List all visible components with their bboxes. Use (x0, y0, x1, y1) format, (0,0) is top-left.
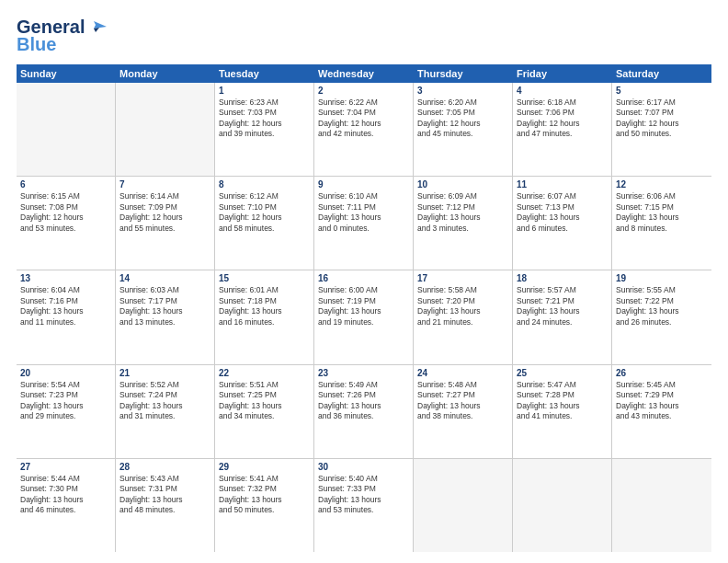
day-number: 24 (417, 368, 508, 378)
cell-info-line: Daylight: 12 hours (417, 119, 508, 129)
day-cell-7: 7Sunrise: 6:14 AMSunset: 7:09 PMDaylight… (116, 177, 215, 270)
cell-info-line: and 8 minutes. (616, 224, 708, 234)
day-number: 5 (616, 86, 708, 96)
cell-info-line: Sunrise: 6:09 AM (417, 191, 508, 201)
calendar-row-3: 13Sunrise: 6:04 AMSunset: 7:16 PMDayligh… (17, 270, 711, 364)
day-number: 11 (517, 179, 608, 190)
day-cell-30: 30Sunrise: 5:40 AMSunset: 7:33 PMDayligh… (314, 459, 414, 552)
cell-info-line: and 16 minutes. (219, 317, 310, 327)
cell-info-line: Sunset: 7:13 PM (517, 202, 608, 213)
cell-info-line: Sunset: 7:17 PM (119, 296, 210, 306)
cell-info-line: Sunrise: 5:58 AM (417, 285, 508, 295)
cell-info-line: Sunset: 7:20 PM (417, 296, 508, 306)
calendar-header: SundayMondayTuesdayWednesdayThursdayFrid… (17, 64, 711, 83)
cell-info-line: and 6 minutes. (517, 224, 608, 234)
cell-info-line: and 31 minutes. (119, 411, 210, 421)
cell-info-line: Sunset: 7:11 PM (318, 202, 409, 213)
day-cell-12: 12Sunrise: 6:06 AMSunset: 7:15 PMDayligh… (612, 177, 711, 270)
day-cell-2: 2Sunrise: 6:22 AMSunset: 7:04 PMDaylight… (314, 83, 414, 176)
cell-info-line: Sunrise: 5:51 AM (219, 380, 310, 390)
day-number: 29 (219, 462, 310, 472)
day-number: 14 (119, 273, 210, 283)
day-cell-8: 8Sunrise: 6:12 AMSunset: 7:10 PMDaylight… (215, 177, 314, 270)
cell-info-line: and 53 minutes. (318, 505, 409, 515)
cell-info-line: and 46 minutes. (20, 505, 111, 515)
day-cell-6: 6Sunrise: 6:15 AMSunset: 7:08 PMDaylight… (17, 177, 116, 270)
day-number: 16 (318, 273, 409, 283)
cell-info-line: Daylight: 13 hours (616, 213, 708, 223)
day-cell-4: 4Sunrise: 6:18 AMSunset: 7:06 PMDaylight… (513, 83, 612, 176)
day-cell-17: 17Sunrise: 5:58 AMSunset: 7:20 PMDayligh… (414, 270, 513, 363)
cell-info-line: Sunset: 7:28 PM (517, 390, 608, 400)
calendar-body: 1Sunrise: 6:23 AMSunset: 7:03 PMDaylight… (17, 83, 711, 552)
day-cell-27: 27Sunrise: 5:44 AMSunset: 7:30 PMDayligh… (17, 459, 116, 552)
header: General Blue (17, 17, 711, 55)
day-cell-11: 11Sunrise: 6:07 AMSunset: 7:13 PMDayligh… (513, 177, 612, 270)
cell-info-line: Daylight: 13 hours (119, 306, 210, 316)
cell-info-line: and 53 minutes. (20, 224, 111, 234)
day-number: 8 (219, 179, 310, 190)
day-cell-3: 3Sunrise: 6:20 AMSunset: 7:05 PMDaylight… (414, 83, 513, 176)
cell-info-line: and 11 minutes. (20, 317, 111, 327)
cell-info-line: and 58 minutes. (219, 224, 310, 234)
cell-info-line: Daylight: 12 hours (219, 119, 310, 129)
cell-info-line: Sunrise: 5:57 AM (517, 285, 608, 295)
day-number: 27 (20, 462, 111, 472)
cell-info-line: and 26 minutes. (616, 317, 708, 327)
weekday-header-friday: Friday (513, 64, 612, 83)
cell-info-line: Sunrise: 5:41 AM (219, 474, 310, 484)
cell-info-line: and 47 minutes. (517, 129, 608, 139)
day-cell-26: 26Sunrise: 5:45 AMSunset: 7:29 PMDayligh… (612, 365, 711, 458)
day-number: 19 (616, 273, 708, 283)
cell-info-line: Sunset: 7:23 PM (20, 390, 111, 400)
cell-info-line: Sunrise: 5:52 AM (119, 380, 210, 390)
empty-cell (414, 459, 513, 552)
cell-info-line: and 50 minutes. (616, 129, 708, 139)
cell-info-line: Sunrise: 6:14 AM (119, 191, 210, 201)
day-number: 17 (417, 273, 508, 283)
cell-info-line: Sunrise: 6:00 AM (318, 285, 409, 295)
cell-info-line: Sunrise: 5:49 AM (318, 380, 409, 390)
logo-bird-icon (86, 19, 107, 36)
cell-info-line: Sunrise: 6:04 AM (20, 285, 111, 295)
cell-info-line: Sunrise: 6:17 AM (616, 98, 708, 108)
cell-info-line: Daylight: 13 hours (517, 401, 608, 411)
day-number: 20 (20, 368, 111, 378)
cell-info-line: Sunrise: 5:45 AM (616, 380, 708, 390)
cell-info-line: Sunrise: 5:54 AM (20, 380, 111, 390)
cell-info-line: Daylight: 13 hours (616, 401, 708, 411)
cell-info-line: Sunset: 7:32 PM (219, 484, 310, 494)
cell-info-line: Sunset: 7:10 PM (219, 202, 310, 213)
cell-info-line: and 0 minutes. (318, 224, 409, 234)
cell-info-line: and 39 minutes. (219, 129, 310, 139)
cell-info-line: and 3 minutes. (417, 224, 508, 234)
cell-info-line: Sunrise: 6:12 AM (219, 191, 310, 201)
cell-info-line: and 55 minutes. (119, 224, 210, 234)
cell-info-line: Sunset: 7:06 PM (517, 108, 608, 118)
calendar-row-1: 1Sunrise: 6:23 AMSunset: 7:03 PMDaylight… (17, 83, 711, 177)
day-number: 21 (119, 368, 210, 378)
day-cell-14: 14Sunrise: 6:03 AMSunset: 7:17 PMDayligh… (116, 270, 215, 363)
weekday-header-sunday: Sunday (17, 64, 116, 83)
cell-info-line: Daylight: 13 hours (417, 401, 508, 411)
logo-blue: Blue (17, 34, 56, 55)
cell-info-line: and 43 minutes. (616, 411, 708, 421)
cell-info-line: Daylight: 13 hours (318, 306, 409, 316)
weekday-header-tuesday: Tuesday (215, 64, 314, 83)
weekday-header-monday: Monday (116, 64, 215, 83)
cell-info-line: Sunset: 7:04 PM (318, 108, 409, 118)
day-number: 15 (219, 273, 310, 283)
empty-cell (17, 83, 116, 176)
calendar-row-5: 27Sunrise: 5:44 AMSunset: 7:30 PMDayligh… (17, 459, 711, 552)
cell-info-line: and 41 minutes. (517, 411, 608, 421)
cell-info-line: Daylight: 13 hours (318, 213, 409, 223)
cell-info-line: Sunset: 7:18 PM (219, 296, 310, 306)
cell-info-line: and 45 minutes. (417, 129, 508, 139)
cell-info-line: Sunset: 7:33 PM (318, 484, 409, 494)
cell-info-line: and 19 minutes. (318, 317, 409, 327)
day-number: 23 (318, 368, 409, 378)
day-cell-18: 18Sunrise: 5:57 AMSunset: 7:21 PMDayligh… (513, 270, 612, 363)
cell-info-line: Daylight: 13 hours (20, 495, 111, 505)
day-cell-5: 5Sunrise: 6:17 AMSunset: 7:07 PMDaylight… (612, 83, 711, 176)
day-number: 4 (517, 86, 608, 96)
